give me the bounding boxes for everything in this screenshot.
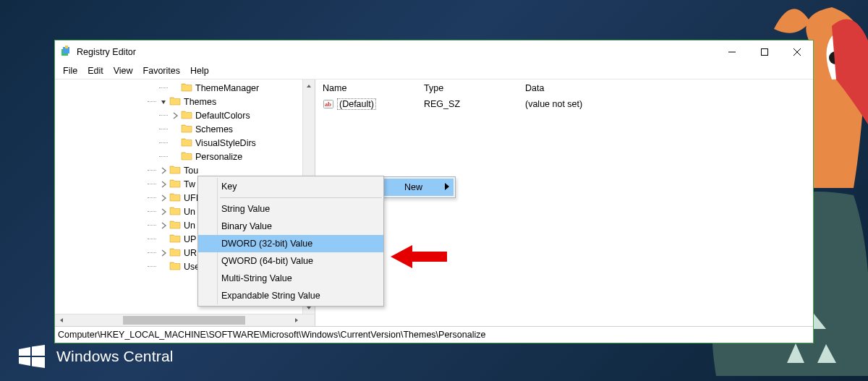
tree-node-label: UR [184, 248, 197, 258]
expand-icon[interactable] [158, 208, 169, 215]
context-menu-parent: New [382, 176, 456, 198]
menu-bar: File Edit View Favorites Help [55, 64, 813, 80]
tree-node[interactable]: Themes [55, 95, 302, 108]
folder-icon [181, 82, 195, 94]
tree-node-label: VisualStyleDirs [195, 138, 256, 148]
expand-icon[interactable] [158, 167, 169, 174]
title-bar[interactable]: Registry Editor [55, 40, 813, 64]
scroll-left-icon[interactable] [55, 314, 67, 326]
list-item[interactable]: ab (Default) REG_SZ (value not set) [317, 97, 813, 111]
folder-icon [181, 137, 195, 149]
tree-node[interactable]: ThemeManager [55, 81, 302, 95]
context-menu-item[interactable]: Binary Value [198, 218, 383, 235]
tree-node[interactable]: Schemes [55, 122, 302, 136]
folder-icon [181, 150, 195, 163]
menu-help[interactable]: Help [185, 64, 214, 77]
svg-rect-5 [761, 49, 767, 56]
expand-icon[interactable] [158, 222, 169, 229]
close-button[interactable] [780, 41, 813, 63]
value-list-pane: Name Type Data ab (Default) REG_SZ (valu… [315, 80, 813, 326]
tree-node-label: Un [184, 207, 195, 217]
menu-favorites[interactable]: Favorites [138, 64, 185, 77]
expand-icon[interactable] [158, 194, 169, 202]
tree-node-label: Tw [184, 179, 195, 189]
folder-icon [169, 178, 184, 190]
folder-icon [169, 260, 184, 273]
tree-node-label: UP [184, 234, 196, 244]
tree-node-label: Un [184, 221, 195, 231]
app-icon [61, 46, 72, 59]
folder-icon [181, 123, 195, 135]
context-menu-item[interactable]: Expandable String Value [198, 287, 383, 304]
folder-icon [169, 205, 184, 218]
column-name[interactable]: Name [317, 81, 418, 95]
context-menu-item[interactable]: String Value [198, 200, 383, 218]
scroll-right-icon[interactable] [290, 314, 302, 326]
context-menu-item[interactable]: Multi-String Value [198, 270, 383, 287]
tree-node-label: Personalize [195, 152, 242, 162]
expand-icon[interactable] [158, 249, 169, 257]
collapse-icon[interactable] [158, 98, 169, 106]
context-menu-separator [220, 197, 382, 198]
column-type[interactable]: Type [418, 81, 519, 95]
svg-rect-3 [65, 46, 68, 48]
menu-file[interactable]: File [58, 64, 82, 77]
tree-node-label: Themes [184, 97, 216, 107]
tree-node-label: Tou [184, 166, 198, 176]
tree-horizontal-scrollbar[interactable] [55, 314, 315, 326]
value-data: (value not set) [519, 99, 813, 109]
context-menu-label: New [404, 182, 422, 192]
folder-icon [169, 164, 184, 176]
context-menu-new[interactable]: New [384, 179, 454, 196]
branding: Windows Central [17, 342, 174, 371]
folder-icon [181, 109, 195, 121]
column-data[interactable]: Data [519, 81, 813, 95]
tree-node[interactable]: VisualStyleDirs [55, 136, 302, 150]
context-menu-item[interactable]: QWORD (64-bit) Value [198, 252, 383, 270]
expand-icon[interactable] [169, 112, 181, 119]
tree-node-label: ThemeManager [195, 83, 259, 93]
svg-text:ab: ab [325, 100, 331, 108]
menu-view[interactable]: View [109, 64, 138, 77]
windows-logo-icon [17, 342, 46, 371]
context-menu-item[interactable]: Key [198, 178, 383, 195]
tree-node[interactable]: DefaultColors [55, 108, 302, 122]
submenu-arrow-icon [445, 182, 449, 192]
folder-icon [169, 192, 184, 204]
tree-node[interactable]: Personalize [55, 150, 302, 163]
folder-icon [169, 95, 184, 108]
annotation-arrow-icon [391, 242, 448, 271]
value-type: REG_SZ [418, 99, 519, 109]
list-header[interactable]: Name Type Data [317, 80, 813, 97]
window-title: Registry Editor [77, 47, 136, 57]
tree-node-label: DefaultColors [195, 111, 250, 121]
menu-edit[interactable]: Edit [82, 64, 109, 77]
value-name: (Default) [337, 98, 376, 110]
context-menu-item[interactable]: DWORD (32-bit) Value [198, 235, 383, 252]
branding-text: Windows Central [56, 348, 174, 365]
status-bar: Computer\HKEY_LOCAL_MACHINE\SOFTWARE\Mic… [55, 327, 813, 343]
status-path: Computer\HKEY_LOCAL_MACHINE\SOFTWARE\Mic… [58, 330, 485, 340]
tree-node-label: Schemes [195, 124, 233, 134]
folder-icon [169, 247, 184, 259]
expand-icon[interactable] [158, 181, 169, 188]
maximize-button[interactable] [748, 41, 780, 63]
folder-icon [169, 233, 184, 245]
tree-node-label: UFI [184, 193, 198, 203]
minimize-button[interactable] [715, 41, 748, 63]
context-submenu-new: KeyString ValueBinary ValueDWORD (32-bit… [197, 176, 384, 307]
folder-icon [169, 219, 184, 231]
string-value-icon: ab [323, 98, 334, 110]
scroll-up-icon[interactable] [303, 80, 315, 92]
content-panes: ThemeManagerThemesDefaultColorsSchemesVi… [55, 80, 813, 327]
